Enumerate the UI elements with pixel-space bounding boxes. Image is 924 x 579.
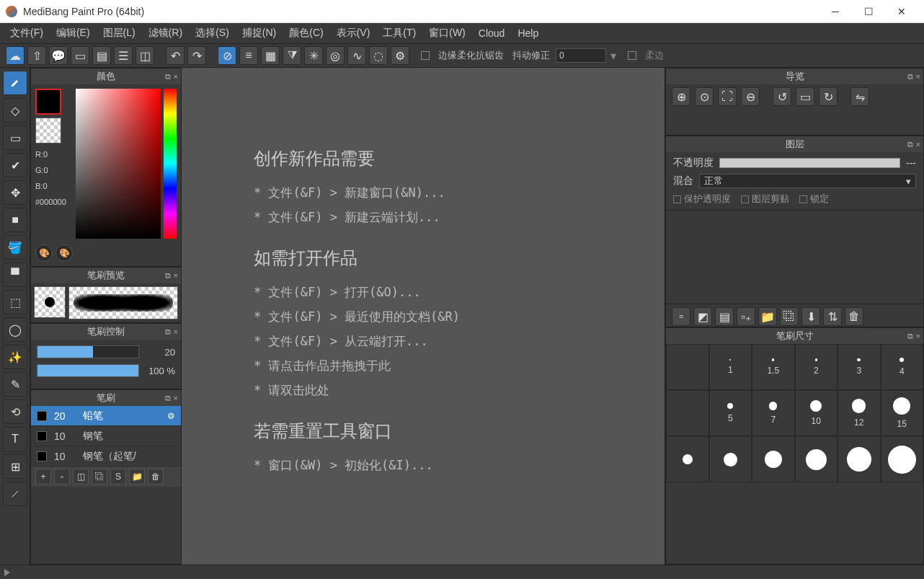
menu-tool[interactable]: 工具(T)	[377, 25, 422, 41]
divide-tool[interactable]: ⊞	[3, 454, 27, 479]
new-plus-layer-button[interactable]: ▫₊	[737, 307, 755, 326]
palette-mode-icon[interactable]: 🎨	[35, 244, 53, 262]
brush-item-pencil[interactable]: 20 铅笔 ⚙	[31, 406, 181, 426]
new-color-layer-button[interactable]: ◩	[693, 307, 712, 326]
lock-checkbox[interactable]	[799, 195, 807, 203]
navigator-view[interactable]	[666, 107, 923, 135]
close-icon[interactable]: ×	[174, 394, 178, 403]
popout-icon[interactable]: ⧉	[907, 140, 913, 149]
brush-size-cell[interactable]: 12	[838, 390, 881, 436]
brush-size-cell[interactable]: 10	[795, 390, 838, 436]
brush-size-cell[interactable]	[838, 436, 881, 482]
navigator-header[interactable]: 导览 ⧉×	[666, 68, 923, 84]
brush-size-cell[interactable]	[709, 436, 752, 482]
brush-size-cell[interactable]	[752, 436, 795, 482]
brush-group-button[interactable]: ◫	[73, 469, 89, 485]
folder-button[interactable]: 📁	[758, 307, 777, 326]
hue-slider[interactable]	[164, 89, 177, 239]
brush-size-cell[interactable]: 1	[709, 344, 752, 390]
duplicate-brush-button[interactable]: ⿻	[92, 469, 107, 485]
wand-tool[interactable]: ✨	[3, 345, 27, 369]
menu-file[interactable]: 文件(F)	[4, 25, 49, 41]
blend-mode-select[interactable]: 正常 ▾	[699, 174, 916, 188]
zoom-100-icon[interactable]: ⛶	[718, 87, 737, 106]
softedge-checkbox[interactable]	[628, 51, 636, 60]
canvas-area[interactable]: 创作新作品需要 * 文件(&F) > 新建窗口(&N)... * 文件(&F) …	[182, 68, 665, 565]
antialias-checkbox[interactable]	[421, 51, 430, 60]
snap-concentric-icon[interactable]: ◎	[326, 46, 345, 65]
background-color-swatch[interactable]	[35, 118, 61, 143]
snap-ellipse-icon[interactable]: ◌	[369, 46, 388, 65]
brush-script-button[interactable]: S	[110, 469, 126, 485]
chat-icon[interactable]: ▭	[71, 46, 89, 65]
brush-folder-button[interactable]: 📁	[129, 469, 145, 485]
brush-panel-header[interactable]: 笔刷 ⧉×	[31, 390, 181, 406]
brush-size-cell[interactable]	[881, 436, 924, 482]
color-panel-header[interactable]: 颜色 ⧉×	[31, 68, 181, 84]
snap-perspective-icon[interactable]: ⧩	[283, 46, 301, 65]
brush-item-pen[interactable]: 10 钢笔	[31, 426, 181, 446]
lasso-tool[interactable]: ◯	[3, 317, 27, 342]
foreground-color-swatch[interactable]	[35, 89, 61, 115]
redo-button[interactable]: ↷	[187, 46, 206, 65]
popout-icon[interactable]: ⧉	[165, 327, 171, 337]
popout-icon[interactable]: ⧉	[165, 72, 171, 81]
fill-tool[interactable]: ■	[3, 208, 27, 232]
swatch-icon[interactable]: ◫	[136, 46, 154, 65]
menu-cloud[interactable]: Cloud	[473, 26, 511, 40]
document-icon[interactable]: ▤	[92, 46, 111, 65]
popout-icon[interactable]: ⧉	[907, 332, 913, 341]
eyedropper-tool[interactable]: ⟋	[3, 482, 27, 506]
maximize-button[interactable]: ☐	[852, 0, 885, 23]
menu-window[interactable]: 窗口(W)	[423, 25, 471, 41]
layer-opacity-slider[interactable]	[719, 158, 900, 168]
layer-list[interactable]	[666, 210, 923, 304]
menu-help[interactable]: Help	[512, 26, 544, 40]
status-expand-icon[interactable]	[4, 569, 10, 576]
rotate-reset-icon[interactable]: ▭	[796, 87, 814, 106]
brush-size-cell[interactable]: 4	[881, 344, 924, 390]
new-halftone-layer-button[interactable]: ▤	[715, 307, 734, 326]
snap-settings-icon[interactable]: ⚙	[391, 46, 409, 65]
brush-opacity-slider[interactable]	[37, 364, 139, 377]
transform-tool[interactable]: ⟲	[3, 399, 27, 424]
text-tool[interactable]: T	[3, 427, 27, 451]
popout-icon[interactable]: ⧉	[165, 271, 171, 280]
gradient-tool[interactable]: ▀	[3, 262, 27, 287]
shake-dropdown-icon[interactable]: ▾	[610, 49, 616, 63]
sv-picker[interactable]	[76, 89, 161, 239]
cloud-icon[interactable]: ☁	[6, 46, 25, 65]
brush-tool[interactable]	[3, 71, 27, 95]
rotate-ccw-icon[interactable]: ↺	[773, 87, 791, 106]
brush-size-header[interactable]: 笔刷尺寸 ⧉×	[666, 328, 923, 344]
rotate-cw-icon[interactable]: ↻	[819, 87, 838, 106]
close-icon[interactable]: ×	[916, 332, 920, 341]
popout-icon[interactable]: ⧉	[907, 72, 913, 81]
add-brush-button[interactable]: +	[35, 469, 51, 485]
close-icon[interactable]: ×	[916, 140, 920, 149]
zoom-fit-icon[interactable]: ⊙	[695, 87, 714, 106]
menu-layer[interactable]: 图层(L)	[97, 25, 141, 41]
brush-preview-header[interactable]: 笔刷预览 ⧉×	[31, 268, 181, 283]
delete-brush-button[interactable]: 🗑	[148, 469, 164, 485]
close-icon[interactable]: ×	[174, 72, 178, 81]
merge-down-button[interactable]: ⬇	[801, 307, 820, 326]
gear-icon[interactable]: ⚙	[167, 411, 175, 421]
snap-radial-icon[interactable]: ✳	[304, 46, 323, 65]
undo-button[interactable]: ↶	[166, 46, 185, 65]
menu-filter[interactable]: 滤镜(R)	[143, 25, 188, 41]
palette-wheel-icon[interactable]: 🎨	[55, 244, 73, 262]
dot-brush-tool[interactable]: ✔	[3, 153, 27, 177]
pen-select-tool[interactable]: ✎	[3, 372, 27, 397]
popout-icon[interactable]: ⧉	[165, 394, 171, 403]
close-button[interactable]: ✕	[885, 0, 918, 23]
clipping-checkbox[interactable]	[741, 195, 749, 203]
brush-size-cell[interactable]: 15	[881, 390, 924, 436]
brush-size-cell[interactable]: 2	[795, 344, 838, 390]
brush-size-slider[interactable]	[37, 345, 139, 358]
brush-size-cell[interactable]: 5	[709, 390, 752, 436]
eraser-tool[interactable]: ◇	[3, 98, 27, 123]
layer-settings-button[interactable]: ⇅	[823, 307, 842, 326]
menu-select[interactable]: 选择(S)	[190, 25, 235, 41]
menu-color[interactable]: 颜色(C)	[283, 25, 329, 41]
